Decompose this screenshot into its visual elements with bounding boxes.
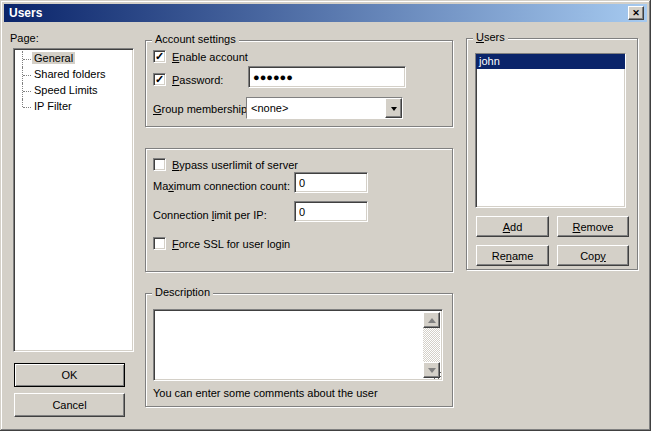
ok-button[interactable]: OK	[14, 363, 125, 387]
tree-item-label: Shared folders	[32, 68, 108, 80]
tree-item-speed-limits[interactable]: Speed Limits	[14, 83, 133, 99]
scrollbar-up-icon	[428, 314, 436, 323]
window-title: Users	[9, 6, 42, 20]
password-checkbox[interactable]: ✓	[153, 73, 166, 86]
add-button[interactable]: Add	[476, 216, 549, 237]
tree-item-label: IP Filter	[32, 100, 74, 112]
scrollbar-up-button[interactable]	[423, 312, 440, 328]
bypass-userlimit-label[interactable]: Bypass userlimit of server	[172, 159, 298, 171]
description-textarea-frame	[153, 309, 443, 381]
bypass-userlimit-checkbox[interactable]: ✓	[153, 158, 166, 171]
enable-account-label[interactable]: Enable account	[172, 51, 248, 63]
group-membership-select[interactable]: <none>	[246, 97, 403, 119]
user-list-item[interactable]: john	[476, 54, 625, 69]
users-group: Users john Add Remove Rename Copy	[466, 38, 638, 270]
tree-item-label: Speed Limits	[32, 84, 100, 96]
page-label: Page:	[10, 32, 39, 44]
tree-item-ip-filter[interactable]: IP Filter	[14, 99, 133, 115]
tree-item-label: General	[32, 52, 75, 64]
users-caption: Users	[473, 31, 508, 43]
force-ssl-label[interactable]: Force SSL for user login	[172, 238, 290, 250]
group-membership-label: Group membership:	[153, 103, 250, 115]
description-hint: You can enter some comments about the us…	[153, 387, 378, 399]
users-listbox[interactable]: john	[475, 53, 626, 208]
copy-button[interactable]: Copy	[557, 245, 629, 266]
ip-limit-label: Connection limit per IP:	[153, 209, 267, 221]
title-bar[interactable]: Users ✕	[4, 4, 647, 22]
ip-limit-input[interactable]	[294, 201, 368, 222]
close-button[interactable]: ✕	[628, 6, 644, 20]
enable-account-checkbox[interactable]: ✓	[153, 50, 166, 63]
page-tree[interactable]: General Shared folders Speed Limits IP F…	[13, 48, 134, 352]
connection-limits-group: ✓ Bypass userlimit of server Maximum con…	[145, 148, 453, 272]
users-dialog: Users ✕ Page: General Shared folders Spe…	[0, 0, 651, 431]
tree-item-shared-folders[interactable]: Shared folders	[14, 67, 133, 83]
cancel-button[interactable]: Cancel	[14, 393, 125, 417]
password-label[interactable]: Password:	[172, 74, 223, 86]
tree-item-general[interactable]: General	[14, 51, 133, 67]
description-textarea[interactable]	[154, 310, 442, 380]
close-icon: ✕	[632, 9, 640, 18]
max-connection-input[interactable]	[294, 172, 368, 193]
remove-button[interactable]: Remove	[557, 216, 629, 237]
check-icon: ✓	[155, 50, 164, 63]
combo-dropdown-button[interactable]	[385, 98, 402, 118]
check-icon: ✓	[155, 73, 164, 86]
chevron-down-icon	[391, 107, 397, 114]
scrollbar-down-icon	[428, 368, 436, 377]
description-caption: Description	[152, 286, 213, 298]
account-settings-group: Account settings ✓ Enable account ✓ Pass…	[145, 40, 453, 127]
description-group: Description You can enter some comments …	[145, 293, 453, 407]
rename-button[interactable]: Rename	[476, 245, 549, 266]
password-input[interactable]	[248, 66, 406, 88]
max-connection-label: Maximum connection count:	[153, 180, 290, 192]
scrollbar-down-button[interactable]	[423, 362, 440, 378]
description-scrollbar[interactable]	[423, 312, 440, 378]
force-ssl-checkbox[interactable]: ✓	[153, 237, 166, 250]
account-settings-caption: Account settings	[152, 33, 239, 45]
group-membership-value: <none>	[247, 98, 385, 118]
